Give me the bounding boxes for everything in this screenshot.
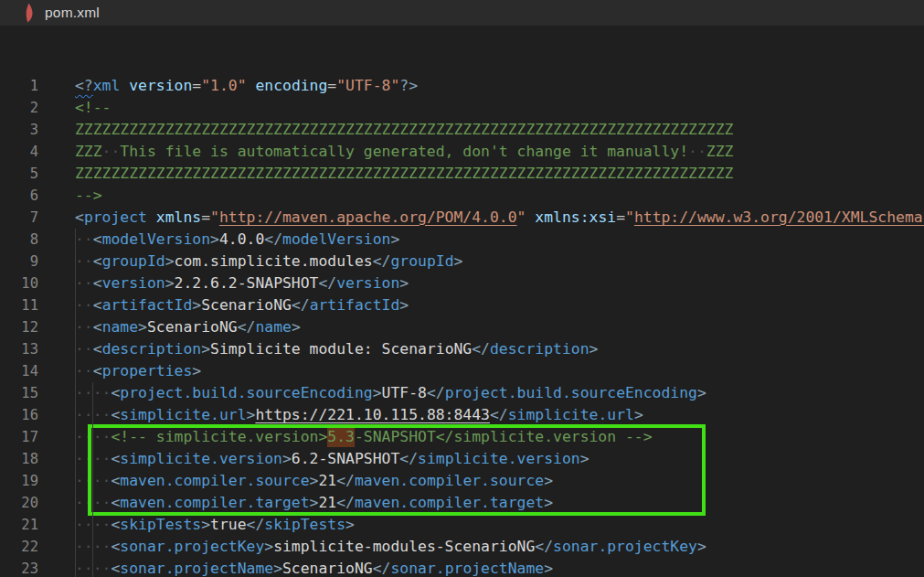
tag-punctuation: < xyxy=(93,340,102,358)
code-line[interactable]: 11··<artifactId>ScenarioNG</artifactId> xyxy=(0,294,924,316)
code-line[interactable]: 21····<skipTests>true</skipTests> xyxy=(0,514,924,536)
line-number[interactable]: 12 xyxy=(0,316,38,338)
line-number[interactable]: 23 xyxy=(0,558,38,577)
line-number[interactable]: 18 xyxy=(0,448,38,470)
tag-punctuation: > xyxy=(264,538,273,555)
comment: ZZZ xyxy=(706,143,734,160)
tag-punctuation: > xyxy=(292,318,301,336)
code-line[interactable]: 12··<name>ScenarioNG</name> xyxy=(0,316,924,338)
text-value: 4.0.0 xyxy=(219,230,264,248)
tag-punctuation: > xyxy=(247,406,256,423)
code-line-content: ··<description>Simplicite module: Scenar… xyxy=(75,338,598,360)
code-line[interactable]: 10··<version>2.2.6.2-SNAPSHOT</version> xyxy=(0,272,924,294)
code-line-content: ····<simplicite.url>https://221.10.115.8… xyxy=(75,404,643,426)
code-line[interactable]: 7<project xmlns="http://maven.apache.org… xyxy=(0,207,924,229)
code-line[interactable]: 5ZZZZZZZZZZZZZZZZZZZZZZZZZZZZZZZZZZZZZZZ… xyxy=(0,163,924,185)
line-number[interactable]: 14 xyxy=(0,360,38,382)
line-number[interactable]: 2 xyxy=(0,97,38,119)
operator: = xyxy=(616,208,625,226)
tag-name: project xyxy=(84,208,147,226)
tag-punctuation: ?> xyxy=(399,77,418,94)
code-editor[interactable]: 1<?xml version="1.0" encoding="UTF-8"?>2… xyxy=(0,26,924,577)
line-number[interactable]: 13 xyxy=(0,338,38,360)
code-line-content: <?xml version="1.0" encoding="UTF-8"?> xyxy=(75,75,418,97)
whitespace-dots: ·· xyxy=(75,340,93,358)
tag-punctuation: </ xyxy=(318,274,336,292)
code-line[interactable]: 15····<project.build.sourceEncoding>UTF-… xyxy=(0,382,924,404)
attribute-name: xmlns xyxy=(156,208,201,226)
tag-name: skipTests xyxy=(264,516,345,533)
string: "1.0" xyxy=(201,77,246,94)
file-title[interactable]: pom.xml xyxy=(45,5,100,21)
line-number[interactable]: 6 xyxy=(0,185,38,207)
tag-punctuation: < xyxy=(111,516,120,533)
tag-punctuation: > xyxy=(273,560,282,577)
code-line[interactable]: 2<!-- xyxy=(0,97,924,119)
line-number[interactable]: 1 xyxy=(0,75,38,97)
line-number[interactable]: 11 xyxy=(0,294,38,316)
code-line[interactable]: 14··<properties> xyxy=(0,360,924,382)
code-line[interactable]: 16····<simplicite.url>https://221.10.115… xyxy=(0,404,924,426)
tag-name: simplicite.url xyxy=(508,406,634,423)
code-line-content: <project xmlns="http://maven.apache.org/… xyxy=(75,207,924,229)
tag-punctuation: > xyxy=(345,516,355,533)
squiggle-error-text: <? xyxy=(75,77,93,94)
tag-punctuation: </ xyxy=(535,538,553,555)
tag-punctuation: < xyxy=(93,274,102,292)
line-number[interactable]: 4 xyxy=(0,141,38,163)
comment: This file is automatically generated, do… xyxy=(120,143,688,160)
line-number[interactable]: 9 xyxy=(0,251,38,272)
tag-punctuation: < xyxy=(93,318,102,336)
tag-name: sonar.projectKey xyxy=(553,538,697,555)
indent-guide xyxy=(92,382,93,577)
tag-name: skipTests xyxy=(120,516,201,533)
code-line[interactable]: 23····<sonar.projectName>ScenarioNG</son… xyxy=(0,558,924,577)
line-number[interactable]: 5 xyxy=(0,163,38,185)
code-line-content: ··<artifactId>ScenarioNG</artifactId> xyxy=(75,294,409,316)
code-line[interactable]: 22····<sonar.projectKey>simplicite-modul… xyxy=(0,536,924,558)
line-number[interactable]: 15 xyxy=(0,382,38,404)
tag-punctuation: </ xyxy=(373,560,391,577)
tag-punctuation: > xyxy=(192,296,201,314)
code-line[interactable]: 3ZZZZZZZZZZZZZZZZZZZZZZZZZZZZZZZZZZZZZZZ… xyxy=(0,119,924,141)
code-line[interactable]: 1<?xml version="1.0" encoding="UTF-8"?> xyxy=(0,75,924,97)
line-number[interactable]: 19 xyxy=(0,470,38,492)
tag-name: sonar.projectName xyxy=(120,560,273,577)
tag-name: sonar.projectKey xyxy=(120,538,264,555)
code-line-content: ··<properties> xyxy=(75,360,201,382)
code-line-content: ··<groupId>com.simplicite.modules</group… xyxy=(75,251,462,272)
line-number[interactable]: 22 xyxy=(0,536,38,558)
code-line[interactable]: 13··<description>Simplicite module: Scen… xyxy=(0,338,924,360)
maven-feather-icon xyxy=(22,3,35,23)
line-number[interactable]: 21 xyxy=(0,514,38,536)
code-line[interactable]: 8··<modelVersion>4.0.0</modelVersion> xyxy=(0,229,924,251)
code-line-content: <!-- xyxy=(75,97,111,119)
code-line-content: ····<project.build.sourceEncoding>UTF-8<… xyxy=(75,382,706,404)
string: " xyxy=(210,208,219,226)
whitespace-dots: ·· xyxy=(75,362,93,379)
line-number[interactable]: 16 xyxy=(0,404,38,426)
code-line[interactable]: 9··<groupId>com.simplicite.modules</grou… xyxy=(0,251,924,272)
tag-name: xml xyxy=(93,77,121,94)
line-number[interactable]: 17 xyxy=(0,426,38,448)
tag-name: version xyxy=(102,274,165,292)
tag-name: modelVersion xyxy=(102,230,210,248)
code-line[interactable]: 4ZZZ··This file is automatically generat… xyxy=(0,141,924,163)
line-number[interactable]: 8 xyxy=(0,229,38,251)
tag-name: name xyxy=(255,318,291,336)
string-link: http://maven.apache.org/POM/4.0.0 xyxy=(219,208,517,226)
text-value: ScenarioNG xyxy=(282,560,373,577)
text-value: 2.2.6.2-SNAPSHOT xyxy=(175,274,319,292)
text-value: true xyxy=(210,516,246,533)
code-line-content: ZZZZZZZZZZZZZZZZZZZZZZZZZZZZZZZZZZZZZZZZ… xyxy=(75,163,733,185)
tag-name: artifactId xyxy=(310,296,400,314)
line-number[interactable]: 10 xyxy=(0,272,38,294)
line-number[interactable]: 3 xyxy=(0,119,38,141)
tag-punctuation: > xyxy=(138,318,147,336)
code-line[interactable]: 6--> xyxy=(0,185,924,207)
line-number[interactable]: 7 xyxy=(0,207,38,229)
whitespace-dots: ·· xyxy=(75,318,93,336)
line-number[interactable]: 20 xyxy=(0,492,38,514)
comment: <!-- xyxy=(75,99,111,116)
string: "UTF-8" xyxy=(336,77,399,94)
